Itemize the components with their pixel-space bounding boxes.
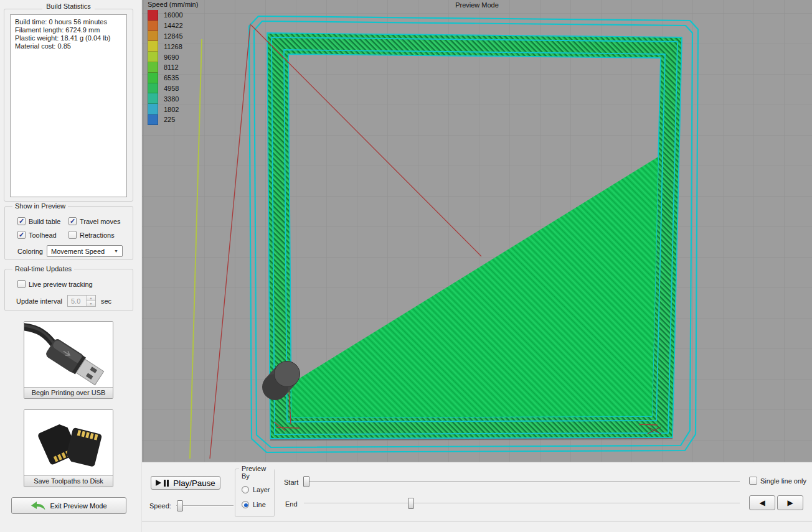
- checkbox-label: Toolhead: [29, 231, 57, 239]
- speed-legend: Speed (mm/min) 16000 14422 12845 11268 9…: [148, 1, 198, 125]
- realtime-updates-title: Real-time Updates: [12, 265, 74, 273]
- update-interval-value: 5.0: [68, 296, 86, 306]
- end-slider-handle[interactable]: [408, 498, 414, 509]
- legend-entry: 225: [148, 114, 198, 125]
- checkbox-label: Retractions: [80, 231, 115, 239]
- checkbox-box[interactable]: ✓: [749, 477, 757, 485]
- checkbox-toolhead[interactable]: ✓ Toolhead: [17, 231, 68, 239]
- check-icon: ✓: [19, 231, 24, 238]
- status-strip: [142, 522, 812, 532]
- prev-arrow-icon: ◀: [759, 498, 765, 507]
- legend-entry: 3380: [148, 93, 198, 104]
- exit-button-label: Exit Preview Mode: [50, 502, 106, 510]
- usb-plug-image: [24, 322, 113, 387]
- legend-entry: 9690: [148, 52, 198, 62]
- show-in-preview-options: ✓ Build table ✓ Travel moves ✓ Toolhead …: [17, 217, 126, 239]
- checkbox-build-table[interactable]: ✓ Build table: [17, 217, 68, 225]
- preview-by-title: Preview By: [239, 465, 274, 480]
- start-slider[interactable]: [304, 475, 740, 488]
- legend-value: 11268: [164, 43, 182, 50]
- legend-swatch: [148, 31, 158, 42]
- sd-button-label[interactable]: Save Toolpaths to Disk: [24, 475, 113, 487]
- previous-line-button[interactable]: ◀: [749, 495, 775, 510]
- radio-label: Layer: [253, 486, 270, 493]
- usb-button-label[interactable]: Begin Printing over USB: [24, 387, 113, 398]
- realtime-updates-group: Real-time Updates ✓ Live preview trackin…: [4, 269, 133, 311]
- radio-layer[interactable]: Layer: [242, 486, 270, 493]
- checkbox-box[interactable]: ✓: [17, 217, 26, 225]
- spinner-up-icon[interactable]: ▲: [87, 296, 95, 301]
- radio-button[interactable]: [242, 501, 249, 508]
- checkbox-label: Live preview tracking: [29, 281, 93, 288]
- checkbox-box[interactable]: ✓: [68, 231, 77, 239]
- build-statistics-title: Build Statistics: [4, 2, 133, 10]
- stat-plastic-weight: Plastic weight: 18.41 g (0.04 lb): [15, 34, 122, 42]
- update-interval-unit: sec: [101, 297, 111, 305]
- update-interval-spinner[interactable]: 5.0 ▲ ▼: [67, 295, 96, 307]
- preview-viewport[interactable]: Preview Mode Speed (mm/min) 16000 14422 …: [142, 0, 812, 462]
- checkbox-live-preview-tracking[interactable]: ✓ Live preview tracking: [17, 280, 93, 288]
- show-in-preview-group: Show in Preview ✓ Build table ✓ Travel m…: [4, 206, 133, 260]
- legend-title: Speed (mm/min): [148, 1, 198, 8]
- pause-icon: [164, 480, 169, 487]
- checkbox-box[interactable]: ✓: [68, 217, 77, 225]
- legend-swatch: [148, 52, 158, 62]
- checkbox-box[interactable]: ✓: [17, 280, 26, 288]
- radio-line[interactable]: Line: [242, 501, 266, 508]
- check-icon: ✓: [70, 218, 75, 225]
- stat-build-time: Build time: 0 hours 56 minutes: [15, 18, 122, 26]
- end-slider[interactable]: [304, 497, 740, 510]
- coloring-dropdown[interactable]: Movement Speed ▼: [47, 245, 123, 257]
- legend-value: 9690: [164, 54, 179, 61]
- legend-swatch: [148, 83, 158, 94]
- legend-value: 12845: [164, 32, 183, 40]
- coloring-dropdown-value: Movement Speed: [51, 248, 105, 255]
- speed-slider[interactable]: [176, 500, 234, 512]
- legend-swatch: [148, 21, 158, 31]
- checkbox-box[interactable]: ✓: [17, 231, 26, 239]
- play-pause-label: Play/Pause: [173, 478, 215, 488]
- legend-swatch: [148, 93, 158, 104]
- legend-entry: 6535: [148, 73, 198, 83]
- speed-slider-track[interactable]: [176, 505, 234, 506]
- legend-entry: 4958: [148, 83, 198, 94]
- legend-entry: 8112: [148, 62, 198, 73]
- speed-slider-handle[interactable]: [177, 500, 183, 511]
- coloring-label: Coloring: [17, 248, 43, 255]
- stat-material-cost: Material cost: 0.85: [15, 42, 122, 50]
- legend-entry: 11268: [148, 41, 198, 52]
- toolpath-canvas: [142, 0, 812, 462]
- play-icon: [156, 480, 161, 486]
- end-label: End: [285, 500, 298, 508]
- start-slider-track[interactable]: [304, 481, 740, 482]
- begin-printing-usb-button[interactable]: Begin Printing over USB: [24, 321, 113, 399]
- save-toolpaths-button[interactable]: Save Toolpaths to Disk: [24, 409, 113, 487]
- radio-label: Line: [253, 501, 266, 508]
- legend-value: 4958: [164, 85, 179, 92]
- exit-preview-mode-button[interactable]: Exit Preview Mode: [11, 497, 126, 514]
- update-interval-label: Update interval: [16, 297, 62, 305]
- play-pause-button[interactable]: Play/Pause: [151, 476, 220, 490]
- legend-swatch: [148, 10, 158, 21]
- simplify3d-preview-window: { "sidebar": { "build_statistics": { "ti…: [0, 0, 812, 532]
- legend-value: 1802: [164, 106, 179, 113]
- legend-value: 225: [164, 116, 175, 123]
- checkbox-single-line-only[interactable]: ✓ Single line only: [749, 477, 806, 485]
- spinner-down-icon[interactable]: ▼: [87, 301, 95, 306]
- next-line-button[interactable]: ▶: [777, 495, 803, 510]
- green-back-arrow-icon: [31, 501, 45, 510]
- legend-entry: 12845: [148, 31, 198, 42]
- playback-toolbar: Play/Pause Speed: Preview By Layer Line …: [142, 462, 812, 521]
- radio-button[interactable]: [242, 486, 249, 493]
- legend-value: 14422: [164, 22, 183, 29]
- legend-value: 6535: [164, 74, 179, 82]
- start-slider-handle[interactable]: [303, 476, 309, 487]
- build-statistics-box: Build time: 0 hours 56 minutes Filament …: [10, 14, 127, 197]
- preview-by-group: Preview By Layer Line: [235, 469, 275, 517]
- end-slider-track[interactable]: [304, 503, 740, 504]
- checkbox-travel-moves[interactable]: ✓ Travel moves: [68, 217, 126, 225]
- legend-value: 16000: [164, 11, 183, 19]
- sd-cards-image: [24, 410, 113, 475]
- checkbox-retractions[interactable]: ✓ Retractions: [68, 231, 126, 239]
- legend-value: 3380: [164, 95, 179, 103]
